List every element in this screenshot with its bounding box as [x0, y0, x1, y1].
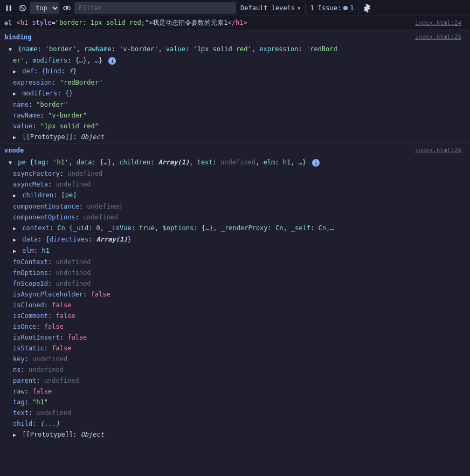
vnode-tag: tag: "h1": [0, 397, 470, 408]
vnode-file-link[interactable]: index.html:26: [411, 146, 466, 155]
svg-point-5: [66, 6, 68, 9]
binding-value: value: "1px solid red": [0, 121, 470, 132]
binding-line1: ▼ {name: 'border', rawName: 'v-border', …: [0, 44, 470, 55]
binding-info-icon[interactable]: i: [108, 57, 116, 65]
vnode-ns: ns: undefined: [0, 364, 470, 375]
elm-expand-arrow[interactable]: ▶: [13, 248, 16, 254]
vnode-key: key: undefined: [0, 354, 470, 364]
vnode-fn-context: fnContext: undefined: [0, 257, 470, 267]
el-row: el <h1 style="border: 1px solid red;">我是…: [0, 16, 470, 30]
binding-prototype: ▶ [[Prototype]]: Object: [0, 132, 470, 143]
eye-button[interactable]: [60, 3, 73, 13]
vnode-is-cloned: isCloned: false: [0, 300, 470, 311]
vnode-expand-arrow[interactable]: ▼: [9, 160, 12, 165]
vnode-fn-scope-id: fnScopeId: undefined: [0, 278, 470, 289]
modifiers-expand-arrow[interactable]: ▶: [13, 91, 16, 96]
binding-modifiers: ▶ modifiers: {}: [0, 88, 470, 99]
vnode-is-async: isAsyncPlaceholder: false: [0, 289, 470, 300]
vnode-label: vnode: [4, 147, 24, 154]
vnode-is-once: isOnce: false: [0, 321, 470, 332]
clear-button[interactable]: [16, 3, 29, 13]
vnode-async-meta: asyncMeta: undefined: [0, 179, 470, 190]
issue-number: 1: [350, 4, 354, 12]
issue-count-label: 1 Issue:: [310, 4, 341, 12]
svg-line-3: [21, 6, 25, 10]
pause-button[interactable]: [2, 3, 15, 13]
vnode-child: child: (...): [0, 418, 470, 429]
vnode-section: vnode index.html:26 ▼ pe {tag: 'h1', dat…: [0, 143, 470, 440]
binding-line2: er', modifiers: {…}, …} i: [0, 55, 470, 66]
toolbar: top Default levels ▾ 1 Issue: 1: [0, 0, 470, 16]
settings-button[interactable]: [360, 2, 375, 14]
default-levels-button[interactable]: Default levels ▾: [237, 2, 304, 14]
vnode-is-root-insert: isRootInsert: false: [0, 332, 470, 343]
binding-name: name: "border": [0, 99, 470, 110]
vnode-component-instance: componentInstance: undefined: [0, 201, 470, 212]
data-expand-arrow[interactable]: ▶: [13, 237, 16, 243]
issue-badge[interactable]: 1 Issue: 1: [305, 2, 358, 14]
vnode-is-comment: isComment: false: [0, 311, 470, 321]
binding-prototype-arrow[interactable]: ▶: [13, 134, 16, 140]
svg-rect-0: [6, 5, 8, 11]
filter-input[interactable]: [74, 2, 236, 14]
binding-label: binding: [4, 33, 32, 41]
context-dropdown[interactable]: top: [30, 2, 59, 14]
binding-def: ▶ def: {bind: f}: [0, 66, 470, 77]
default-levels-label: Default levels: [240, 4, 295, 12]
el-label: el: [4, 19, 12, 27]
vnode-prototype-arrow[interactable]: ▶: [13, 432, 16, 438]
el-file-link[interactable]: index.html:24: [411, 18, 466, 27]
issue-dot-icon: [343, 6, 348, 10]
binding-expression: expression: "redBorder": [0, 77, 470, 88]
binding-rawname: rawName: "v-border": [0, 110, 470, 121]
vnode-prototype: ▶ [[Prototype]]: Object: [0, 429, 470, 440]
context-expand-arrow[interactable]: ▶: [13, 225, 16, 231]
vnode-is-static: isStatic: false: [0, 343, 470, 354]
vnode-context: ▶ context: Cn {_uid: 0, _isVue: true, $o…: [0, 223, 470, 234]
binding-header: binding index.html:25: [0, 30, 470, 44]
vnode-parent: parent: undefined: [0, 375, 470, 386]
def-expand-arrow[interactable]: ▶: [13, 68, 16, 74]
vnode-line1: ▼ pe {tag: 'h1', data: {…}, children: Ar…: [0, 157, 470, 168]
vnode-raw: raw: false: [0, 386, 470, 397]
el-html: <h1 style="border: 1px solid red;">我是动态指…: [16, 18, 247, 27]
vnode-async-factory: asyncFactory: undefined: [0, 168, 470, 179]
vnode-text: text: undefined: [0, 408, 470, 418]
children-expand-arrow[interactable]: ▶: [13, 192, 16, 198]
binding-file-link[interactable]: index.html:25: [411, 32, 466, 42]
vnode-children: ▶ children: [pe]: [0, 190, 470, 201]
chevron-down-icon: ▾: [297, 4, 301, 12]
vnode-info-icon[interactable]: i: [312, 159, 320, 167]
vnode-elm: ▶ elm: h1: [0, 245, 470, 257]
svg-rect-1: [10, 5, 11, 11]
main-content: el <h1 style="border: 1px solid red;">我是…: [0, 16, 470, 476]
binding-section: binding index.html:25 ▼ {name: 'border',…: [0, 30, 470, 143]
vnode-component-options: componentOptions: undefined: [0, 212, 470, 223]
expand-arrow-down[interactable]: ▼: [9, 46, 12, 52]
vnode-data: ▶ data: {directives: Array(1)}: [0, 234, 470, 245]
vnode-header: vnode index.html:26: [0, 143, 470, 157]
vnode-fn-options: fnOptions: undefined: [0, 267, 470, 278]
